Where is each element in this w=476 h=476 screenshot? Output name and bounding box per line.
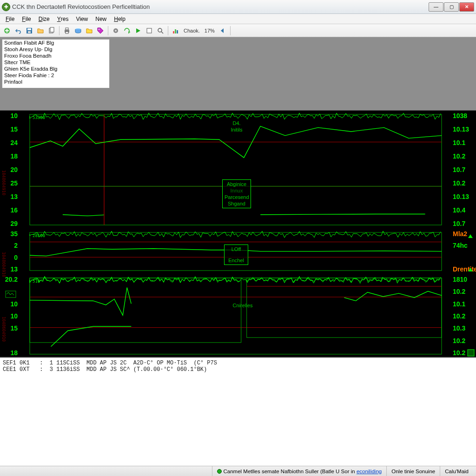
svg-text:20.2: 20.2 [5, 276, 18, 283]
svg-text:Mla2: Mla2 [453, 230, 467, 238]
chart-infobox-2: LOff Enchel [224, 245, 248, 265]
disk-icon[interactable] [73, 26, 83, 36]
undo-icon[interactable] [13, 26, 23, 36]
menu-bar: File File Dize Yres View New Help [0, 14, 476, 24]
svg-text:10.4: 10.4 [453, 206, 465, 214]
list-item[interactable]: Stooh Aresy Up· Dlg [2, 46, 109, 53]
close-button[interactable]: ✕ [459, 2, 474, 12]
print-icon[interactable] [62, 26, 72, 36]
svg-point-10 [99, 28, 99, 29]
open-icon[interactable] [35, 26, 46, 36]
check-label: Chaok. [182, 28, 202, 33]
svg-rect-7 [66, 28, 68, 30]
folder-icon[interactable] [84, 26, 94, 36]
chart-label: LOff [226, 246, 246, 252]
list-item[interactable]: Sontlan Flabit AF Blg [2, 40, 109, 46]
svg-text:18: 18 [10, 349, 18, 357]
maximize-button[interactable]: ▢ [444, 2, 459, 12]
chart-label: D4. [229, 120, 245, 126]
menu-file[interactable]: File [2, 15, 18, 23]
svg-rect-76 [468, 350, 474, 356]
waveform-display[interactable]: 53300101524182025131629103810.1310.110.2… [0, 111, 476, 357]
chart-annot-d4: D4. Initils [227, 119, 246, 134]
chart-icon[interactable] [171, 26, 181, 36]
check-pct: 17% [203, 28, 217, 33]
zoom-icon[interactable] [155, 26, 165, 36]
status-main: Canmel Metlles semate Nafbiothn Suller (… [212, 466, 387, 476]
refresh-icon[interactable] [122, 26, 132, 36]
svg-text:1048604910: 1048604910 [1, 170, 6, 195]
svg-text:0: 0 [14, 254, 18, 261]
svg-text:1810: 1810 [453, 276, 467, 283]
add-icon[interactable] [2, 26, 12, 36]
status-link[interactable]: econiliding [357, 469, 382, 474]
svg-text:53300: 53300 [33, 115, 45, 120]
svg-rect-3 [28, 31, 31, 33]
status-bar: Canmel Metlles semate Nafbiothn Suller (… [0, 466, 476, 476]
minimize-button[interactable]: — [429, 2, 443, 12]
svg-rect-55 [30, 278, 442, 354]
log-panel[interactable]: SEF1 0K1 : 1 11SCiSS MDD AP JS 2C A2D·C°… [0, 357, 476, 466]
toolbar-separator-4 [230, 26, 231, 35]
svg-text:13: 13 [10, 193, 18, 200]
svg-text:10: 10 [10, 300, 18, 308]
stop-icon[interactable] [144, 26, 154, 36]
status-dot-icon [217, 469, 222, 474]
list-item[interactable]: Steer Fioda Fahie : 2 [2, 72, 109, 79]
menu-view[interactable]: View [72, 15, 92, 23]
back-icon[interactable] [218, 26, 228, 36]
save-icon[interactable] [24, 26, 34, 36]
chart-label: Abginice [225, 181, 249, 187]
svg-text:10.2: 10.2 [453, 152, 465, 160]
svg-text:15: 15 [10, 324, 18, 332]
toolbar-separator-2 [108, 26, 108, 35]
svg-text:10.2: 10.2 [453, 288, 465, 295]
svg-text:24: 24 [10, 139, 18, 146]
svg-text:10.1: 10.1 [453, 139, 465, 146]
window-title: CCK thn Decrtaotefl Reviotocostioen Perf… [12, 3, 428, 10]
chart-label: Enchel [226, 257, 246, 264]
tag-icon[interactable] [95, 26, 106, 36]
menu-yres[interactable]: Yres [53, 15, 73, 23]
svg-rect-17 [177, 30, 178, 33]
status-spacer [3, 466, 212, 476]
list-item[interactable]: Froxo Fooa Benadh [2, 53, 109, 59]
toolbar: Chaok. 17% [0, 24, 476, 37]
menu-new[interactable]: New [92, 15, 110, 23]
menu-file-2[interactable]: File [18, 15, 34, 23]
chart-label: Cnirelles [231, 302, 254, 309]
svg-text:10.2: 10.2 [453, 179, 465, 187]
log-line: SEF1 0K1 : 1 11SCiSS MDD AP JS 2C A2D·C°… [3, 360, 473, 366]
copy-icon[interactable] [46, 26, 57, 36]
svg-text:10.13: 10.13 [453, 193, 469, 200]
toolbar-separator-3 [168, 26, 168, 35]
list-item[interactable]: Prinfaol [2, 79, 109, 85]
svg-rect-16 [175, 29, 176, 33]
svg-text:74hc: 74hc [453, 242, 468, 249]
svg-point-12 [115, 30, 117, 32]
svg-rect-8 [66, 32, 68, 33]
svg-rect-59 [30, 278, 241, 343]
svg-text:10.13: 10.13 [453, 126, 469, 133]
run-icon[interactable] [133, 26, 143, 36]
list-item[interactable]: Ghien K5e Eradda Blg [2, 66, 109, 72]
svg-text:18: 18 [10, 152, 18, 160]
svg-text:10.2: 10.2 [453, 337, 465, 344]
svg-rect-15 [173, 31, 174, 33]
list-item[interactable]: Sltecr TME [2, 59, 109, 66]
signal-listbox[interactable]: Sontlan Flabit AF Blg Stooh Aresy Up· Dl… [2, 39, 110, 88]
svg-rect-60 [247, 278, 442, 337]
chart-label: Shgand [225, 200, 249, 207]
svg-text:16: 16 [10, 206, 18, 214]
status-seg-3: Calu'Maid [440, 466, 473, 476]
svg-text:10: 10 [10, 312, 18, 320]
menu-help[interactable]: Help [110, 15, 129, 23]
svg-text:10.2: 10.2 [453, 349, 465, 357]
window-controls: — ▢ ✕ [428, 2, 474, 12]
chart-annot-cnirelles: Cnirelles [230, 301, 256, 310]
svg-text:10.3: 10.3 [453, 324, 465, 332]
gear-icon[interactable] [111, 26, 121, 36]
svg-text:1038: 1038 [453, 112, 467, 119]
menu-dize[interactable]: Dize [35, 15, 53, 23]
svg-text:10.7: 10.7 [453, 166, 465, 173]
